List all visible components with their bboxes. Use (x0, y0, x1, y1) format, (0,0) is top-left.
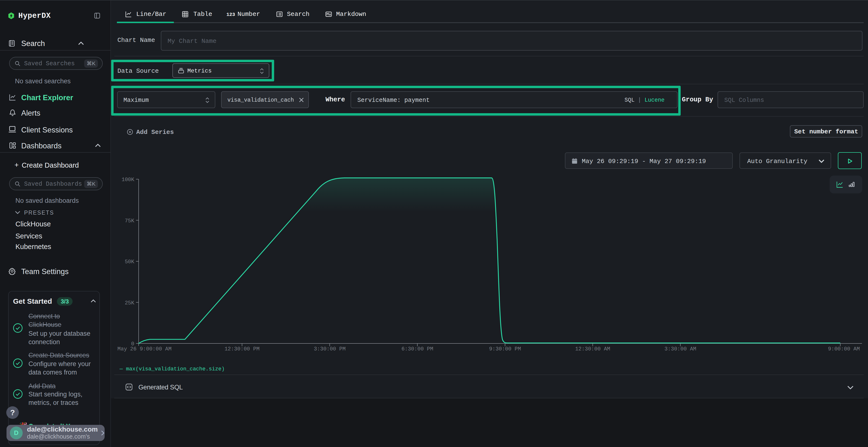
svg-text:6:30:00 PM: 6:30:00 PM (401, 346, 433, 352)
svg-text:12:30:00 AM: 12:30:00 AM (575, 346, 610, 352)
svg-text:12:30:00 PM: 12:30:00 PM (224, 346, 259, 352)
svg-text:3:30:00 AM: 3:30:00 AM (664, 346, 696, 352)
svg-text:9:00:00 AM: 9:00:00 AM (828, 346, 860, 352)
svg-text:75K: 75K (125, 218, 134, 224)
svg-text:3:30:00 PM: 3:30:00 PM (314, 346, 345, 352)
svg-text:50K: 50K (125, 259, 134, 265)
svg-text:9:30:00 PM: 9:30:00 PM (489, 346, 521, 352)
svg-text:25K: 25K (125, 300, 134, 306)
svg-text:100K: 100K (122, 177, 134, 183)
svg-text:May 26 9:00:00 AM: May 26 9:00:00 AM (117, 346, 172, 352)
